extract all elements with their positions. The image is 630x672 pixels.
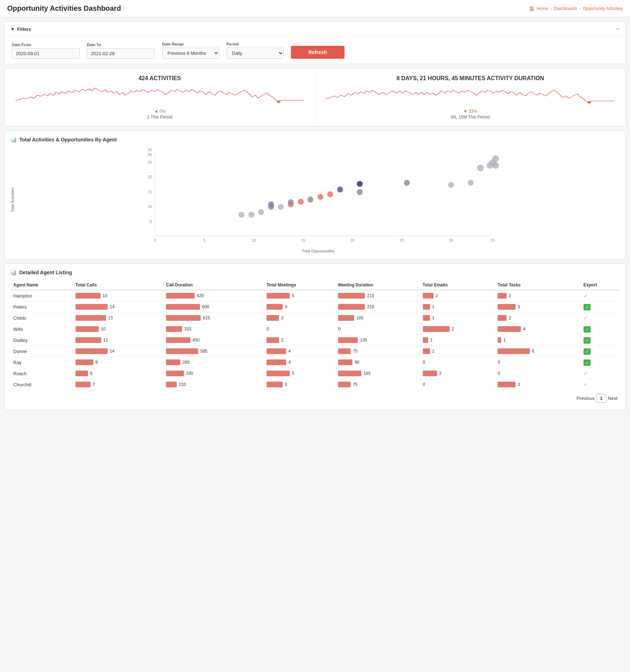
bar-cell: 1 (420, 335, 495, 346)
bar-cell: 4 (264, 357, 335, 368)
svg-point-35 (278, 204, 284, 210)
bar-cell: 210 (335, 301, 420, 313)
svg-text:25: 25 (399, 238, 404, 242)
export-cell: ✓ (581, 301, 620, 313)
bar-cell: 2 (420, 290, 495, 301)
filters-label: Filters (17, 26, 31, 32)
export-cell: ✓ (581, 346, 620, 357)
filters-header: ▼ Filters − (5, 22, 625, 37)
svg-point-31 (249, 212, 255, 218)
svg-point-0 (277, 101, 280, 103)
pagination: Previous 1 Next (10, 390, 620, 404)
bar-cell: 4 (495, 324, 581, 335)
svg-point-34 (268, 201, 274, 207)
export-cell: ✓ (581, 313, 620, 324)
svg-point-42 (337, 187, 343, 193)
table-row: Peters 14 600 3 (10, 301, 620, 313)
bar-cell: 2 (264, 335, 335, 346)
export-cell: ✓ (581, 368, 620, 379)
table-header-row: Agent Name Total Calls Call Duration Tot… (10, 280, 620, 290)
filters-body: Date From Date To Date Range Previous 6 … (5, 37, 625, 64)
metric-duration: 8 DAYS, 21 HOURS, 45 MINUTES ACTIVITY DU… (315, 69, 625, 126)
refresh-button[interactable]: Refresh (291, 46, 345, 59)
top-nav: Opportunity Activities Dashboard 🏠 Home … (0, 0, 630, 17)
bar-cell: 210 (163, 379, 264, 390)
bar-cell: 10 (73, 324, 163, 335)
export-green-check[interactable]: ✓ (583, 337, 591, 344)
bar-cell: 330 (163, 368, 264, 379)
svg-point-1 (587, 101, 591, 103)
export-check[interactable]: ✓ (583, 382, 588, 387)
bar-cell: 135 (335, 335, 420, 346)
bar-cell: 1 (420, 313, 495, 324)
bar-cell: 2 (495, 290, 581, 301)
bar-cell: 2 (420, 324, 495, 335)
agent-name: Dunne (10, 346, 73, 357)
period-select[interactable]: Daily Weekly Monthly (226, 48, 284, 59)
breadcrumb: 🏠 Home › Dashboards › Opportunity Activi… (529, 6, 623, 11)
bar-cell: 210 (335, 290, 420, 301)
agent-name: Ray (10, 357, 73, 368)
bar-cell: 90 (335, 357, 420, 368)
export-green-check[interactable]: ✓ (583, 304, 591, 310)
svg-point-51 (492, 155, 499, 162)
table-row: Roach 6 330 5 (10, 368, 620, 379)
export-green-check[interactable]: ✓ (583, 359, 591, 366)
bar-cell: 5 (264, 368, 335, 379)
date-from-input[interactable] (12, 48, 80, 59)
next-page-button[interactable]: Next (608, 396, 617, 401)
svg-text:5: 5 (150, 219, 152, 224)
breadcrumb-dashboards[interactable]: Dashboards (554, 6, 577, 11)
bar-cell: 420 (163, 290, 264, 301)
page-1-button[interactable]: 1 (596, 394, 606, 403)
filters-title: ▼ Filters (10, 26, 31, 32)
bar-cell: 14 (73, 301, 163, 313)
filter-icon: ▼ (10, 26, 15, 32)
bar-cell: 3 (264, 301, 335, 313)
col-total-emails: Total Emails (420, 280, 495, 290)
filters-panel: ▼ Filters − Date From Date To Date Range… (4, 21, 626, 64)
date-from-label: Date From (12, 43, 80, 47)
svg-point-44 (357, 181, 363, 187)
bar-cell: 0 (420, 379, 495, 390)
export-green-check[interactable]: ✓ (583, 326, 591, 333)
svg-text:5: 5 (203, 238, 205, 242)
bar-cell: 13 (73, 313, 163, 324)
table-title: 📊 Detailed Agent Listing (10, 270, 620, 275)
export-cell: ✓ (581, 379, 620, 390)
previous-page-button[interactable]: Previous (576, 396, 595, 401)
svg-text:35: 35 (147, 148, 152, 152)
bar-cell: 6 (495, 346, 581, 357)
svg-text:15: 15 (147, 190, 152, 194)
svg-text:20: 20 (147, 175, 152, 179)
col-call-duration: Call Duration (163, 280, 264, 290)
bar-cell: 585 (163, 346, 264, 357)
svg-point-32 (258, 209, 264, 215)
date-from-group: Date From (12, 43, 80, 59)
svg-point-46 (448, 182, 454, 188)
svg-text:10: 10 (147, 204, 152, 209)
bar-cell: 75 (335, 346, 420, 357)
agent-name: Churchill (10, 379, 73, 390)
svg-point-48 (477, 165, 484, 171)
col-meeting-duration: Meeting Duration (335, 280, 420, 290)
export-cell: ✓ (581, 324, 620, 335)
export-check[interactable]: ✓ (583, 315, 588, 321)
date-to-input[interactable] (87, 48, 155, 59)
bar-cell: 7 (73, 379, 163, 390)
export-check[interactable]: ✓ (583, 293, 588, 299)
breadcrumb-home[interactable]: Home (537, 6, 548, 11)
bar-cell: 3 (495, 301, 581, 313)
home-icon: 🏠 (529, 6, 534, 11)
export-green-check[interactable]: ✓ (583, 348, 591, 355)
table-chart-icon: 📊 (10, 270, 16, 275)
agent-name: Hampton (10, 290, 73, 301)
export-cell: ✓ (581, 290, 620, 301)
svg-point-39 (307, 197, 313, 203)
collapse-filters-button[interactable]: − (616, 25, 620, 33)
export-check[interactable]: ✓ (583, 371, 588, 376)
metric-duration-change: ▼ 33% (463, 109, 477, 114)
date-range-select[interactable]: Previous 6 Months Previous 3 Months Prev… (162, 48, 219, 59)
svg-text:0: 0 (154, 238, 156, 242)
svg-point-38 (298, 199, 304, 205)
